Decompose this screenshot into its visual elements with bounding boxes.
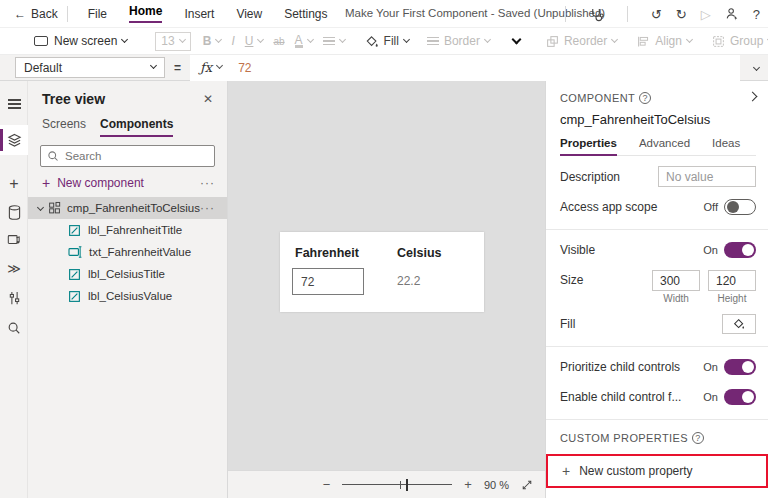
app-top-bar: ← Back File Home Insert View Settings Ma… [0, 0, 768, 28]
fill-label: Fill [560, 317, 575, 331]
left-rail: + ≫ [0, 81, 28, 498]
chevron-down-icon [484, 35, 491, 42]
fill-color-button[interactable] [722, 314, 756, 334]
data-icon[interactable] [0, 197, 28, 227]
help-circle-icon[interactable]: ? [639, 92, 651, 104]
zoom-out-icon[interactable]: − [323, 477, 331, 492]
menu-insert[interactable]: Insert [184, 7, 214, 21]
fit-to-window-icon[interactable] [521, 479, 533, 491]
tree-item-label-control[interactable]: lbl_FahrenheitTitle [28, 219, 227, 241]
tree-item-component-root[interactable]: cmp_FahrenheitToCelsius ··· [28, 197, 227, 219]
strikethrough-label: ab [273, 36, 284, 47]
visible-toggle[interactable] [724, 242, 756, 258]
menu-settings[interactable]: Settings [284, 7, 327, 21]
border-button[interactable]: Border [427, 34, 490, 48]
tree-search-box[interactable] [40, 145, 215, 167]
bold-button[interactable]: B [203, 34, 222, 48]
divider [67, 6, 68, 22]
height-sublabel: Height [718, 293, 747, 304]
component-card[interactable]: Fahrenheit Celsius 72 22.2 [280, 232, 484, 312]
collapse-panel-chevron[interactable] [744, 91, 756, 105]
enable-child-control-toggle[interactable] [724, 389, 756, 405]
tab-properties[interactable]: Properties [560, 137, 617, 156]
text-align-button[interactable] [323, 35, 345, 48]
fahrenheit-value-input[interactable]: 72 [292, 268, 364, 295]
fahrenheit-title-label[interactable]: Fahrenheit [295, 246, 359, 260]
reorder-button[interactable]: Reorder [546, 34, 617, 48]
tree-item-text: txt_FahrenheitValue [89, 246, 191, 258]
tree-view-icon[interactable] [0, 125, 28, 155]
menu-file[interactable]: File [88, 7, 107, 21]
access-app-scope-toggle[interactable] [724, 199, 756, 215]
property-selector-value: Default [24, 61, 62, 75]
underline-button[interactable]: U [245, 34, 264, 48]
undo-icon[interactable]: ↺ [651, 7, 662, 22]
new-custom-property-button-highlighted[interactable]: + New custom property [546, 454, 768, 488]
close-icon[interactable]: ✕ [203, 92, 213, 106]
canvas[interactable]: Fahrenheit Celsius 72 22.2 − + 90 % [228, 81, 545, 498]
celsius-title-label[interactable]: Celsius [397, 246, 441, 260]
tab-screens[interactable]: Screens [42, 117, 86, 137]
help-icon[interactable]: ? [753, 7, 760, 22]
new-component-button[interactable]: + New component ··· [28, 167, 227, 197]
section-divider [546, 346, 768, 347]
media-icon[interactable] [0, 225, 28, 255]
search-icon[interactable] [0, 313, 28, 343]
selected-component-name: cmp_FahrenheitToCelsius [560, 112, 756, 127]
custom-properties-header: CUSTOM PROPERTIES [560, 432, 688, 444]
menu-view[interactable]: View [236, 7, 262, 21]
back-button[interactable]: ← Back [14, 7, 58, 21]
tab-ideas[interactable]: Ideas [712, 137, 740, 155]
font-size-select[interactable]: 13 [155, 32, 190, 51]
menu-hamburger-icon[interactable] [0, 89, 28, 119]
group-button[interactable]: Group [712, 34, 768, 48]
italic-button[interactable]: I [231, 34, 234, 48]
new-screen-button[interactable]: New screen [34, 34, 127, 48]
insert-plus-icon[interactable]: + [0, 169, 28, 199]
zoom-slider[interactable] [342, 484, 452, 486]
tree-item-textinput-control[interactable]: txt_FahrenheitValue [28, 241, 227, 263]
description-input[interactable]: No value [658, 166, 756, 187]
power-automate-icon[interactable]: ≫ [0, 253, 28, 283]
tree-item-text: lbl_CelsiusValue [88, 290, 172, 302]
help-circle-icon[interactable]: ? [692, 432, 704, 444]
reorder-icon [546, 35, 559, 48]
width-input[interactable]: 300 [652, 270, 700, 291]
property-selector[interactable]: Default [15, 57, 165, 78]
expand-formula-bar-chevron[interactable] [749, 61, 759, 75]
fill-button[interactable]: Fill [365, 34, 409, 48]
tree-item-label-control[interactable]: lbl_CelsiusValue [28, 285, 227, 307]
prioritize-child-controls-toggle[interactable] [724, 359, 756, 375]
strikethrough-button[interactable]: ab [273, 36, 284, 47]
app-checker-icon[interactable] [589, 7, 604, 22]
celsius-value-label[interactable]: 22.2 [397, 274, 420, 288]
chevron-down-icon [215, 35, 222, 42]
formula-input[interactable]: ƒx 72 [190, 55, 740, 81]
redo-icon[interactable]: ↻ [676, 7, 687, 22]
chevron-down-icon [686, 35, 693, 42]
label-control-icon [68, 290, 81, 303]
preview-play-icon[interactable]: ▷ [701, 7, 711, 22]
expand-toolbar-chevron[interactable] [508, 38, 520, 45]
divider [565, 6, 566, 22]
tree-item-label-control[interactable]: lbl_CelsiusTitle [28, 263, 227, 285]
tree-item-text: lbl_FahrenheitTitle [88, 224, 182, 236]
chevron-down-icon[interactable] [38, 201, 43, 215]
font-color-button[interactable]: A [295, 35, 313, 48]
fx-button[interactable]: ƒx [200, 60, 212, 75]
height-input[interactable]: 120 [708, 270, 756, 291]
tab-advanced[interactable]: Advanced [639, 137, 690, 155]
access-app-scope-label: Access app scope [560, 200, 657, 214]
share-user-icon[interactable] [725, 7, 739, 21]
search-input[interactable] [65, 150, 185, 162]
screen-icon [34, 36, 48, 46]
tab-components[interactable]: Components [100, 117, 173, 137]
advanced-tools-icon[interactable] [0, 283, 28, 313]
fill-label: Fill [384, 34, 399, 48]
more-options-icon[interactable]: ··· [200, 176, 215, 190]
zoom-in-icon[interactable]: + [464, 477, 472, 492]
section-divider [546, 229, 768, 230]
align-button[interactable]: Align [637, 34, 692, 48]
menu-home[interactable]: Home [129, 4, 162, 23]
more-options-icon[interactable]: ··· [200, 201, 215, 215]
